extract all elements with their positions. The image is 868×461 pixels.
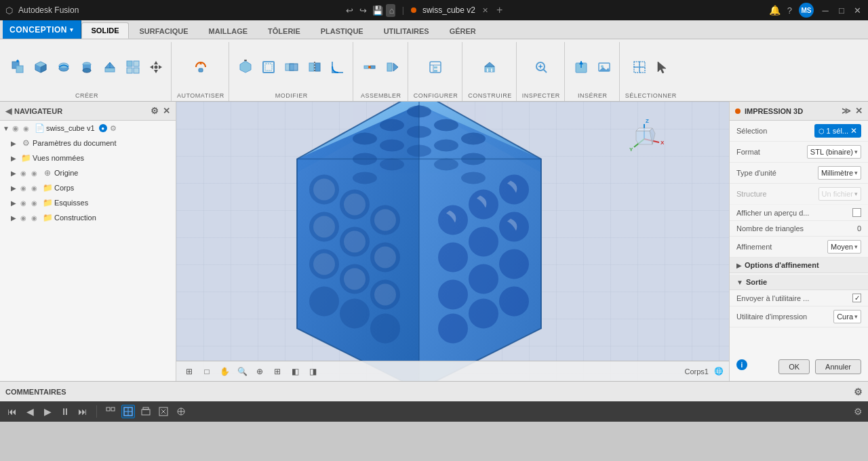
sidebar-collapse-icon[interactable]: ◀	[5, 106, 12, 116]
zoom-fit-btn[interactable]: 🔍	[235, 364, 250, 379]
view-btn-2[interactable]	[121, 405, 135, 418]
tree-item-esquisses[interactable]: ▶ ◉ ◉ 📁 Esquisses	[0, 195, 176, 210]
ribbon-tab-surfacique[interactable]: SURFACIQUE	[129, 22, 198, 39]
undo-btn[interactable]: ↩	[345, 5, 355, 16]
grid-toggle-btn[interactable]: ⊞	[270, 364, 285, 379]
help-icon[interactable]: ?	[787, 5, 792, 16]
anim-pause-btn[interactable]: ⏸	[58, 406, 72, 417]
unit-select[interactable]: Millimètre ▾	[818, 166, 861, 180]
cylinder-btn[interactable]	[76, 56, 98, 78]
insert-image-btn[interactable]	[593, 56, 615, 78]
ribbon-tab-plastique[interactable]: PLASTIQUE	[311, 22, 374, 39]
move-btn[interactable]	[145, 56, 167, 78]
pattern-btn[interactable]	[122, 56, 144, 78]
selection-badge[interactable]: ⬡ 1 sél... ✕	[814, 124, 861, 138]
notifications-icon[interactable]: 🔔	[769, 5, 781, 16]
combine-btn[interactable]	[281, 56, 302, 78]
maximize-btn[interactable]: □	[837, 5, 846, 16]
eye-icon-construction[interactable]: ◉	[20, 214, 30, 222]
eye2-icon-root[interactable]: ◉	[23, 125, 33, 132]
conception-dropdown[interactable]: CONCEPTION ▾	[3, 20, 81, 39]
view-btn-4[interactable]	[157, 405, 170, 418]
panel-expand-icon[interactable]: ≫	[842, 106, 851, 116]
ribbon-tab-utilitaires[interactable]: UTILITAIRES	[374, 22, 439, 39]
save-btn[interactable]: 💾	[372, 5, 382, 16]
eye-icon-esquisses[interactable]: ◉	[20, 199, 30, 207]
eye-icon-origin[interactable]: ◉	[20, 169, 30, 177]
insert-btn[interactable]	[570, 56, 592, 78]
sidebar-close-icon[interactable]: ✕	[163, 106, 170, 116]
format-select[interactable]: STL (binaire) ▾	[807, 145, 861, 159]
tree-item-params[interactable]: ▶ ⚙ Paramètres du document	[0, 136, 176, 151]
joint-btn[interactable]	[359, 56, 380, 78]
sidebar-settings-icon[interactable]: ⚙	[151, 106, 159, 116]
preview-checkbox[interactable]	[852, 208, 861, 217]
tree-item-origin[interactable]: ▶ ◉ ◉ ⊕ Origine	[0, 165, 176, 180]
view-btn-5[interactable]	[174, 405, 188, 418]
send-checkbox[interactable]	[852, 294, 861, 302]
earth-btn[interactable]: 🌐	[714, 367, 724, 376]
home-btn[interactable]: ⌂	[386, 4, 395, 17]
options-section-header[interactable]: ▶ Options d'affinement	[730, 258, 868, 273]
eye2-icon-corps[interactable]: ◉	[31, 184, 41, 192]
ribbon-tab-solide[interactable]: SOLIDE	[81, 22, 130, 39]
orbit-btn[interactable]: ✋	[217, 364, 232, 379]
tab-add-btn[interactable]: +	[496, 4, 502, 16]
tree-item-root[interactable]: ▼ ◉ ◉ 📄 swiss_cube v1 ● ⚙	[0, 121, 176, 136]
gizmo[interactable]: Z Y X	[620, 115, 668, 163]
close-btn[interactable]: ✕	[853, 5, 863, 16]
eye-icon-corps[interactable]: ◉	[20, 184, 30, 192]
anim-settings-btn[interactable]: ⚙	[854, 406, 863, 417]
anim-last-btn[interactable]: ⏭	[76, 406, 90, 417]
user-badge[interactable]: MS	[799, 3, 814, 18]
tree-item-construction[interactable]: ▶ ◉ ◉ 📁 Construction	[0, 210, 176, 225]
ribbon-tab-gerer[interactable]: GÉRER	[439, 22, 486, 39]
refinement-select[interactable]: Moyen ▾	[827, 240, 861, 254]
viewport[interactable]: Z Y X	[176, 102, 729, 381]
select-btn[interactable]	[629, 56, 650, 78]
anim-play-btn[interactable]: ▶	[41, 406, 54, 417]
badge-clear-btn[interactable]: ✕	[850, 126, 857, 136]
ribbon-tab-maillage[interactable]: MAILLAGE	[199, 22, 258, 39]
fillet-btn[interactable]	[327, 56, 349, 78]
eye2-icon-construction[interactable]: ◉	[31, 214, 41, 222]
utility-select[interactable]: Cura ▾	[833, 310, 861, 323]
revolve-btn[interactable]	[53, 56, 75, 78]
ok-button[interactable]: OK	[778, 359, 810, 374]
display-mode-btn[interactable]: ◧	[288, 364, 302, 379]
construct-btn[interactable]	[479, 56, 500, 78]
solid-box-btn[interactable]	[30, 56, 52, 78]
anim-prev-btn[interactable]: ◀	[23, 406, 37, 417]
extrude-btn[interactable]	[99, 56, 121, 78]
root-settings-icon[interactable]: ⚙	[110, 124, 117, 133]
auto-btn[interactable]	[190, 56, 212, 78]
analysis-btn[interactable]: ◨	[305, 364, 320, 379]
panel-close-icon[interactable]: ✕	[855, 106, 863, 116]
view-btn-3[interactable]	[139, 405, 153, 418]
zoom-extent-btn[interactable]: ⊕	[252, 364, 267, 379]
view-home-btn[interactable]: ⊞	[182, 364, 197, 379]
anim-first-btn[interactable]: ⏮	[5, 406, 19, 417]
split-btn[interactable]	[304, 56, 326, 78]
cancel-button[interactable]: Annuler	[815, 359, 861, 374]
comments-settings-icon[interactable]: ⚙	[854, 386, 863, 397]
view-front-btn[interactable]: □	[199, 364, 214, 379]
ribbon-tab-tolerie[interactable]: TÔLERIE	[258, 22, 311, 39]
minimize-btn[interactable]: ─	[821, 5, 830, 16]
eye-icon-root[interactable]: ◉	[12, 124, 22, 133]
assemble-more-btn[interactable]	[382, 56, 403, 78]
push-pull-btn[interactable]	[235, 56, 256, 78]
tab-close-btn[interactable]: ✕	[482, 6, 488, 15]
shell-btn[interactable]	[258, 56, 279, 78]
sortie-section-header[interactable]: ▼ Sortie	[730, 275, 868, 290]
redo-btn[interactable]: ↪	[359, 5, 368, 16]
eye2-icon-esquisses[interactable]: ◉	[31, 199, 41, 207]
config-btn[interactable]	[425, 56, 446, 78]
eye2-icon-origin[interactable]: ◉	[31, 169, 41, 177]
panel-info-icon[interactable]: i	[736, 359, 747, 370]
cursor-icon[interactable]	[652, 56, 673, 78]
view-btn-1[interactable]	[104, 405, 117, 418]
tree-item-views[interactable]: ▶ 📁 Vues nommées	[0, 151, 176, 165]
record-btn[interactable]: ●	[99, 124, 107, 132]
new-component-btn[interactable]	[7, 56, 28, 78]
